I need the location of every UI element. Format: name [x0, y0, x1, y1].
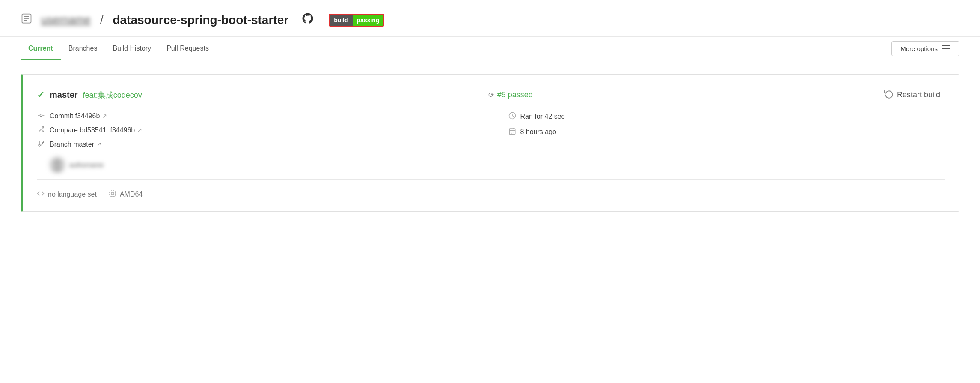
build-details-right: Ran for 42 sec 27: [508, 112, 946, 172]
repo-name: datasource-spring-boot-starter: [113, 13, 288, 27]
commit-link[interactable]: Commit f34496b ↗: [50, 112, 107, 120]
more-options-button[interactable]: More options: [891, 41, 959, 56]
restart-icon: [884, 89, 894, 101]
svg-rect-20: [110, 191, 115, 196]
ran-for-label: Ran for 42 sec: [520, 113, 565, 120]
build-card: ✓ master feat:集成codecov ⟳ #5 passed: [21, 74, 959, 212]
badge-build-label: build: [330, 15, 352, 26]
github-icon[interactable]: [301, 12, 314, 28]
compare-label: Compare bd53541..f34496b: [50, 126, 135, 134]
nav-tabs-container: Current Branches Build History Pull Requ…: [21, 37, 217, 60]
code-icon: [37, 190, 45, 199]
tab-pull-requests[interactable]: Pull Requests: [159, 37, 217, 60]
time-ago-row: 27 8 hours ago: [508, 127, 946, 137]
cpu-icon: [109, 190, 116, 199]
svg-text:27: 27: [511, 132, 514, 134]
commit-dot-icon: ⟳: [488, 91, 494, 99]
restart-build-button[interactable]: Restart build: [879, 87, 945, 103]
tab-build-history[interactable]: Build History: [105, 37, 159, 60]
commit-icon: [37, 112, 45, 120]
branch-row: Branch master ↗: [37, 140, 474, 148]
build-badge: build passing: [329, 14, 384, 27]
svg-point-12: [54, 159, 61, 166]
build-header-row: ✓ master feat:集成codecov ⟳ #5 passed: [37, 87, 945, 103]
commit-message: feat:集成codecov: [83, 90, 142, 100]
language-item: no language set: [37, 190, 97, 199]
build-meta-bottom: no language set: [37, 186, 945, 199]
main-content: ✓ master feat:集成codecov ⟳ #5 passed: [0, 60, 980, 225]
build-number: #5 passed: [497, 90, 533, 99]
compare-row: Compare bd53541..f34496b ↗: [37, 126, 474, 134]
commit-label: Commit f34496b: [50, 112, 100, 120]
commit-external-icon: ↗: [102, 113, 107, 119]
arch-item: AMD64: [109, 190, 143, 199]
tab-branches[interactable]: Branches: [61, 37, 105, 60]
separator: /: [100, 13, 104, 27]
build-details: Commit f34496b ↗: [37, 112, 945, 172]
author-name: authorname: [69, 161, 104, 168]
page-header: username / datasource-spring-boot-starte…: [0, 0, 980, 37]
hamburger-icon: [942, 45, 950, 51]
author-section: authorname: [50, 157, 474, 172]
build-status-section: ⟳ #5 passed: [488, 90, 533, 99]
more-options-label: More options: [900, 45, 938, 52]
nav-actions: More options: [891, 41, 959, 56]
language-label: no language set: [48, 191, 97, 198]
calendar-icon: 27: [508, 127, 516, 137]
check-icon: ✓: [37, 90, 45, 101]
build-title-section: ✓ master feat:集成codecov: [37, 90, 142, 101]
time-ago-label: 8 hours ago: [520, 128, 557, 136]
arch-label: AMD64: [120, 191, 143, 198]
commit-row: Commit f34496b ↗: [37, 112, 474, 120]
svg-point-10: [42, 141, 44, 143]
compare-icon: [37, 126, 45, 134]
clock-icon: [508, 112, 516, 121]
restart-label: Restart build: [897, 90, 940, 99]
branch-name: master: [50, 90, 78, 100]
compare-external-icon: ↗: [137, 127, 142, 133]
branch-link[interactable]: Branch master ↗: [50, 141, 101, 148]
build-card-inner: ✓ master feat:集成codecov ⟳ #5 passed: [23, 75, 959, 211]
branch-label: Branch master: [50, 141, 94, 148]
badge-passing-label: passing: [353, 15, 384, 26]
svg-point-13: [51, 167, 63, 172]
svg-point-4: [40, 114, 42, 116]
branch-icon: [37, 140, 45, 148]
tab-current[interactable]: Current: [21, 37, 61, 60]
svg-point-11: [39, 144, 40, 146]
branch-external-icon: ↗: [97, 141, 101, 147]
repo-icon: [21, 12, 33, 27]
build-details-left: Commit f34496b ↗: [37, 112, 474, 172]
username-label[interactable]: username: [41, 13, 91, 27]
build-divider: [37, 179, 945, 180]
ran-for-row: Ran for 42 sec: [508, 112, 946, 121]
compare-link[interactable]: Compare bd53541..f34496b ↗: [50, 126, 142, 134]
svg-rect-21: [111, 192, 114, 195]
avatar: [50, 157, 65, 172]
nav-bar: Current Branches Build History Pull Requ…: [0, 37, 980, 60]
